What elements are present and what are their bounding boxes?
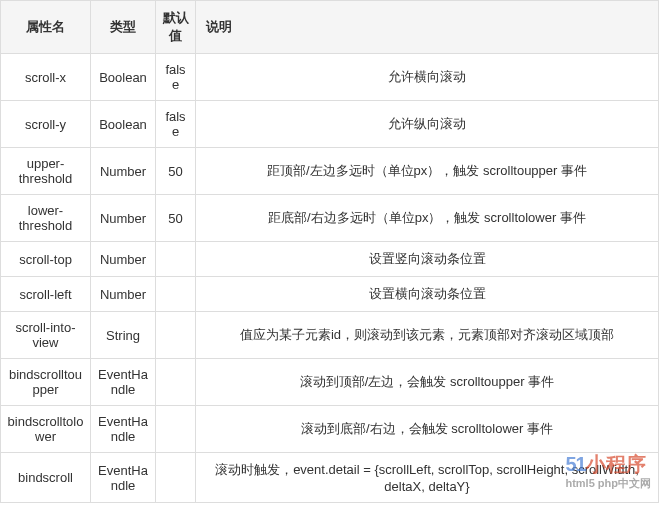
cell-name: scroll-left [1, 277, 91, 312]
cell-type: Number [91, 195, 156, 242]
cell-desc: 距底部/右边多远时（单位px），触发 scrolltolower 事件 [196, 195, 659, 242]
cell-name: scroll-y [1, 101, 91, 148]
table-body: scroll-xBooleanfalse允许横向滚动scroll-yBoolea… [1, 54, 659, 503]
cell-desc: 允许横向滚动 [196, 54, 659, 101]
cell-default [156, 453, 196, 503]
cell-name: bindscrolltolower [1, 406, 91, 453]
cell-type: Number [91, 242, 156, 277]
cell-desc: 滚动到顶部/左边，会触发 scrolltoupper 事件 [196, 359, 659, 406]
table-row: bindscrolltolowerEventHandle滚动到底部/右边，会触发… [1, 406, 659, 453]
cell-type: EventHandle [91, 406, 156, 453]
cell-desc: 设置横向滚动条位置 [196, 277, 659, 312]
cell-default: false [156, 54, 196, 101]
table-row: bindscrollEventHandle滚动时触发，event.detail … [1, 453, 659, 503]
cell-type: Number [91, 277, 156, 312]
cell-default [156, 312, 196, 359]
cell-default [156, 359, 196, 406]
cell-desc: 允许纵向滚动 [196, 101, 659, 148]
cell-type: Boolean [91, 101, 156, 148]
table-row: upper-thresholdNumber50距顶部/左边多远时（单位px），触… [1, 148, 659, 195]
cell-name: bindscroll [1, 453, 91, 503]
cell-default [156, 406, 196, 453]
cell-default: false [156, 101, 196, 148]
cell-type: Number [91, 148, 156, 195]
cell-type: EventHandle [91, 359, 156, 406]
cell-type: EventHandle [91, 453, 156, 503]
cell-type: String [91, 312, 156, 359]
cell-default: 50 [156, 195, 196, 242]
header-type: 类型 [91, 1, 156, 54]
cell-desc: 滚动时触发，event.detail = {scrollLeft, scroll… [196, 453, 659, 503]
cell-desc: 值应为某子元素id，则滚动到该元素，元素顶部对齐滚动区域顶部 [196, 312, 659, 359]
table-row: scroll-yBooleanfalse允许纵向滚动 [1, 101, 659, 148]
cell-default [156, 277, 196, 312]
cell-name: bindscrolltoupper [1, 359, 91, 406]
table-header-row: 属性名 类型 默认值 说明 [1, 1, 659, 54]
table-row: lower-thresholdNumber50距底部/右边多远时（单位px），触… [1, 195, 659, 242]
cell-name: lower-threshold [1, 195, 91, 242]
header-name: 属性名 [1, 1, 91, 54]
cell-name: scroll-x [1, 54, 91, 101]
cell-name: scroll-top [1, 242, 91, 277]
table-row: bindscrolltoupperEventHandle滚动到顶部/左边，会触发… [1, 359, 659, 406]
header-default: 默认值 [156, 1, 196, 54]
cell-name: upper-threshold [1, 148, 91, 195]
table-row: scroll-leftNumber设置横向滚动条位置 [1, 277, 659, 312]
cell-type: Boolean [91, 54, 156, 101]
table-row: scroll-topNumber设置竖向滚动条位置 [1, 242, 659, 277]
table-row: scroll-into-viewString值应为某子元素id，则滚动到该元素，… [1, 312, 659, 359]
cell-name: scroll-into-view [1, 312, 91, 359]
properties-table: 属性名 类型 默认值 说明 scroll-xBooleanfalse允许横向滚动… [0, 0, 659, 503]
cell-default [156, 242, 196, 277]
header-desc: 说明 [196, 1, 659, 54]
table-row: scroll-xBooleanfalse允许横向滚动 [1, 54, 659, 101]
cell-default: 50 [156, 148, 196, 195]
cell-desc: 滚动到底部/右边，会触发 scrolltolower 事件 [196, 406, 659, 453]
cell-desc: 距顶部/左边多远时（单位px），触发 scrolltoupper 事件 [196, 148, 659, 195]
cell-desc: 设置竖向滚动条位置 [196, 242, 659, 277]
